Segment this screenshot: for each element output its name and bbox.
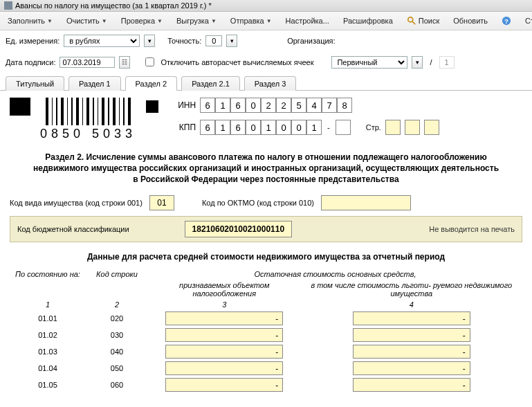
date-picker-btn[interactable]: ☷ [119, 56, 130, 69]
precision-input[interactable] [205, 35, 222, 46]
tab-section2[interactable]: Раздел 2 [125, 76, 178, 91]
page-box [405, 120, 420, 135]
send-button[interactable]: Отправка▼ [226, 14, 277, 28]
refresh-button[interactable]: Обновить [448, 14, 493, 28]
clear-button[interactable]: Очистить▼ [62, 14, 112, 28]
kpp-row: КПП 61601001 - Стр. [168, 120, 522, 135]
inn-digit[interactable]: 6 [200, 98, 215, 113]
row-val3[interactable]: - [165, 345, 283, 359]
row-val3[interactable]: - [165, 361, 283, 375]
kbk-value[interactable]: 18210602010021000110 [185, 221, 292, 237]
precision-stepper[interactable]: ▾ [226, 35, 237, 47]
col2-head: Код строки [86, 269, 148, 280]
tab-section1[interactable]: Раздел 1 [68, 76, 121, 91]
row-val4[interactable]: - [353, 328, 470, 342]
section-tabs: Титульный Раздел 1 Раздел 2 Раздел 2.1 Р… [0, 73, 532, 91]
inn-digit[interactable]: 4 [306, 98, 322, 113]
col4-head: в том числе стоимость льготи- руемого не… [301, 280, 522, 299]
kpp-digit[interactable]: 1 [306, 120, 322, 135]
kpp-digit[interactable]: 1 [261, 120, 276, 135]
question-icon: ? [502, 16, 511, 26]
inn-digit[interactable]: 5 [291, 98, 306, 113]
kind-select[interactable]: Первичный [331, 56, 407, 69]
search-icon [407, 16, 416, 26]
row-val4[interactable]: - [353, 345, 470, 359]
main-toolbar: Заполнить▼ Очистить▼ Проверка▼ Выгрузка▼… [0, 12, 532, 30]
unit-label: Ед. измерения: [6, 37, 59, 45]
autocalc-label: Отключить авторасчет вычисляемых ячеек [160, 58, 313, 66]
table-row: 01.05060-- [10, 377, 522, 393]
col1-head: По состоянию на: [10, 269, 86, 280]
fill-button[interactable]: Заполнить▼ [3, 14, 57, 28]
row-code: 050 [86, 360, 148, 377]
search-button[interactable]: Поиск [402, 13, 444, 28]
slash: / [427, 58, 434, 66]
date-label: Дата подписи: [6, 58, 55, 66]
barcode-text: 0850 5033 [40, 127, 136, 141]
window-title: Авансы по налогу на имущество (за 1 квар… [15, 1, 212, 10]
inn-digit[interactable]: 1 [215, 98, 230, 113]
property-kind-line: Код вида имущества (код строки 001) 01 К… [10, 195, 522, 210]
tab-title[interactable]: Титульный [6, 76, 64, 91]
settings-button[interactable]: Настройка... [281, 14, 334, 28]
row-date: 01.03 [10, 343, 86, 360]
unit-dropdown-btn[interactable]: ▾ [144, 35, 155, 47]
date-input[interactable] [59, 57, 115, 68]
header-block: 0850 5033 ИНН 6160225478 КПП 61601001 - … [10, 98, 522, 142]
precision-label: Точность: [167, 37, 201, 45]
tab-section21[interactable]: Раздел 2.1 [181, 76, 240, 91]
row-val4[interactable]: - [353, 311, 470, 325]
kpp-digit[interactable]: 0 [276, 120, 291, 135]
autocalc-checkbox[interactable] [145, 57, 154, 66]
inn-digit[interactable]: 0 [246, 98, 261, 113]
row-val4[interactable]: - [353, 378, 470, 392]
inn-digit[interactable]: 2 [261, 98, 276, 113]
kpp-digit[interactable]: 0 [246, 120, 261, 135]
page-box [385, 120, 401, 135]
check-button[interactable]: Проверка▼ [116, 14, 167, 28]
table-row: 01.04050-- [10, 360, 522, 377]
params-row-2: Дата подписи: ☷ Отключить авторасчет выч… [0, 51, 532, 73]
row-val4[interactable]: - [353, 361, 470, 375]
row-code: 030 [86, 327, 148, 343]
kpp-label: КПП [168, 123, 196, 132]
unit-select[interactable]: в рублях [64, 35, 140, 47]
inn-digit[interactable]: 2 [276, 98, 291, 113]
params-row-1: Ед. измерения: в рублях ▾ Точность: ▾ Ор… [0, 30, 532, 51]
row-val3[interactable]: - [165, 378, 283, 392]
kpp-digit[interactable]: 6 [230, 120, 246, 135]
detail-button[interactable]: Расшифровка [338, 14, 398, 28]
question-icon-button[interactable]: ? [497, 13, 516, 28]
kind-dropdown-btn[interactable]: ▾ [412, 56, 423, 69]
form-area: 0850 5033 ИНН 6160225478 КПП 61601001 - … [0, 91, 532, 400]
inn-digit[interactable]: 6 [230, 98, 246, 113]
inn-digit[interactable]: 8 [337, 98, 352, 113]
cost-table: По состоянию на: Код строки Остаточная с… [10, 269, 522, 393]
table-row: 01.01020-- [10, 310, 522, 327]
window-titlebar: Авансы по налогу на имущество (за 1 квар… [0, 0, 532, 12]
row-val3[interactable]: - [165, 311, 283, 325]
kpp-digit[interactable]: 1 [215, 120, 230, 135]
row-date: 01.05 [10, 377, 86, 393]
upload-button[interactable]: Выгрузка▼ [172, 14, 221, 28]
row-code: 040 [86, 343, 148, 360]
row-date: 01.02 [10, 327, 86, 343]
app-icon [4, 1, 12, 10]
table-subhead: Данные для расчета средней стоимости нед… [10, 252, 522, 262]
property-kind-label: Код вида имущества (код строки 001) [10, 199, 143, 207]
row-val3[interactable]: - [165, 328, 283, 342]
kpp-extra-box[interactable] [336, 120, 351, 135]
black-marker [10, 98, 30, 116]
oktmo-value[interactable] [321, 195, 411, 210]
page-label: Стр. [366, 123, 381, 132]
oktmo-label: Код по ОКТМО (код строки 010) [202, 199, 314, 207]
noprint-label: Не выводится на печать [429, 225, 515, 233]
kpp-digit[interactable]: 0 [291, 120, 306, 135]
inn-digit[interactable]: 7 [322, 98, 337, 113]
rates-button[interactable]: Ставки налога на иму [520, 14, 532, 28]
tab-section3[interactable]: Раздел 3 [244, 76, 297, 91]
barcode: 0850 5033 [40, 98, 136, 141]
row-date: 01.04 [10, 360, 86, 377]
kpp-digit[interactable]: 6 [200, 120, 215, 135]
property-kind-value[interactable]: 01 [149, 195, 174, 210]
